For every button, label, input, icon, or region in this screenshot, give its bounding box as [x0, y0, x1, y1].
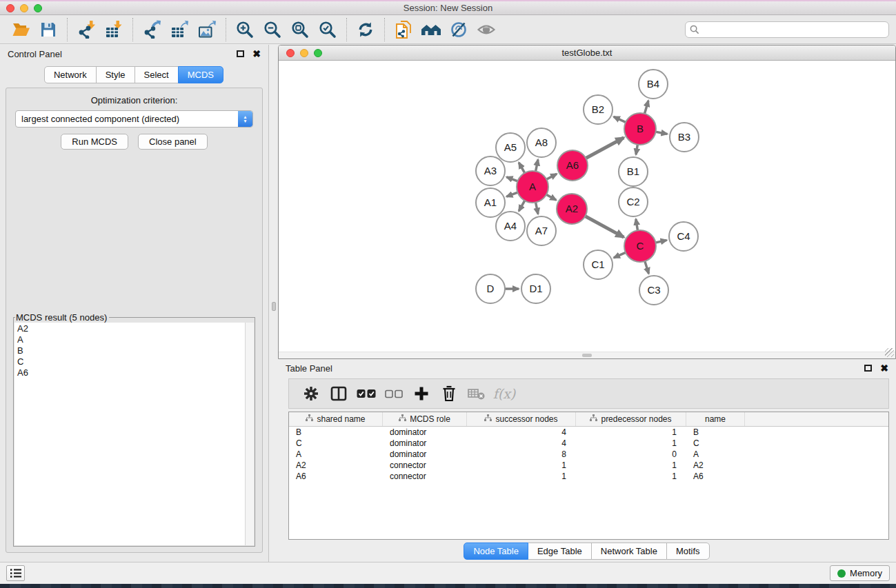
cell[interactable]: B — [686, 427, 745, 437]
export-table-button[interactable] — [166, 17, 193, 42]
delete-row-button[interactable] — [437, 382, 461, 405]
cell[interactable]: A2 — [686, 460, 745, 470]
show-column-button[interactable] — [326, 382, 351, 405]
tab-style[interactable]: Style — [96, 66, 135, 83]
node-A5[interactable]: A5 — [496, 133, 525, 162]
function-builder-button[interactable]: f(x) — [492, 382, 517, 405]
tab-motifs[interactable]: Motifs — [666, 543, 710, 560]
minimize-network-button[interactable] — [300, 49, 308, 57]
delete-column-button[interactable] — [464, 382, 489, 405]
vscroll-thumb[interactable] — [272, 302, 276, 311]
clone-network-button[interactable] — [390, 17, 417, 42]
result-item-c[interactable]: C — [17, 356, 242, 367]
cell[interactable]: A — [289, 449, 383, 459]
cell[interactable]: dominator — [383, 449, 467, 459]
cell[interactable]: 1 — [576, 460, 686, 470]
open-session-button[interactable] — [7, 17, 34, 42]
home-view-button[interactable] — [417, 17, 445, 42]
cell[interactable]: connector — [383, 460, 467, 470]
zoom-network-button[interactable] — [314, 49, 322, 57]
cell[interactable]: A2 — [289, 460, 383, 470]
minimize-window-button[interactable] — [20, 4, 28, 12]
result-item-a[interactable]: A — [17, 334, 242, 345]
node-B[interactable]: B — [624, 113, 656, 145]
node-A6[interactable]: A6 — [557, 150, 588, 181]
cell[interactable]: C — [686, 438, 745, 448]
node-A7[interactable]: A7 — [527, 216, 556, 245]
cell[interactable]: C — [289, 438, 383, 448]
node-B2[interactable]: B2 — [584, 95, 613, 124]
network-hscrollbar[interactable] — [279, 352, 895, 358]
column-header-successor-nodes[interactable]: successor nodes — [467, 412, 576, 426]
node-C[interactable]: C — [624, 230, 656, 262]
result-item-a2[interactable]: A2 — [17, 323, 242, 334]
tab-node-table[interactable]: Node Table — [464, 543, 528, 560]
criterion-select[interactable]: largest connected component (directed) ▲… — [15, 110, 253, 128]
table-options-button[interactable] — [299, 382, 323, 405]
resize-grip[interactable] — [885, 348, 894, 357]
deselect-all-rows-button[interactable] — [381, 382, 406, 405]
tab-network[interactable]: Network — [44, 66, 97, 83]
zoom-window-button[interactable] — [34, 4, 42, 12]
cell[interactable]: dominator — [383, 438, 467, 448]
cell[interactable]: 4 — [467, 438, 576, 448]
node-A[interactable]: A — [517, 171, 548, 203]
node-A8[interactable]: A8 — [527, 128, 556, 157]
cell[interactable]: 1 — [467, 460, 576, 470]
search-input[interactable] — [703, 24, 884, 34]
table-row-a2[interactable]: A2connector11A2 — [289, 460, 888, 471]
result-item-b[interactable]: B — [17, 345, 242, 356]
cell[interactable]: 4 — [467, 427, 576, 437]
select-all-rows-button[interactable] — [354, 382, 379, 405]
zoom-fit-button[interactable] — [286, 17, 314, 42]
cell[interactable]: 0 — [576, 449, 686, 459]
add-column-button[interactable] — [409, 382, 434, 405]
export-image-button[interactable] — [193, 17, 221, 42]
table-row-c[interactable]: Cdominator41C — [289, 438, 888, 449]
node-C2[interactable]: C2 — [619, 187, 648, 216]
search-field[interactable] — [685, 21, 889, 38]
task-history-button[interactable] — [6, 565, 25, 581]
cell[interactable]: 1 — [576, 472, 686, 481]
node-A3[interactable]: A3 — [476, 156, 505, 185]
column-header-shared-name[interactable]: shared name — [289, 412, 383, 426]
cell[interactable]: dominator — [383, 427, 467, 437]
cell[interactable]: 1 — [467, 472, 576, 481]
memory-button[interactable]: Memory — [830, 565, 890, 581]
close-panel-button[interactable]: Close panel — [138, 134, 208, 150]
column-header-mcds-role[interactable]: MCDS role — [383, 412, 467, 426]
node-B1[interactable]: B1 — [619, 157, 648, 186]
cell[interactable]: A6 — [686, 472, 745, 481]
refresh-button[interactable] — [352, 17, 379, 42]
tab-select[interactable]: Select — [135, 66, 179, 83]
result-item-a6[interactable]: A6 — [17, 367, 242, 378]
node-A1[interactable]: A1 — [476, 188, 505, 217]
node-A4[interactable]: A4 — [496, 212, 525, 241]
node-B4[interactable]: B4 — [639, 70, 668, 99]
cell[interactable]: A — [686, 449, 745, 459]
node-B3[interactable]: B3 — [670, 123, 699, 152]
export-network-button[interactable] — [138, 17, 166, 42]
node-D1[interactable]: D1 — [521, 274, 550, 303]
show-hide-button[interactable] — [472, 17, 500, 42]
float-table-panel-icon[interactable] — [864, 365, 872, 372]
run-mcds-button[interactable]: Run MCDS — [61, 134, 128, 150]
import-network-button[interactable] — [72, 17, 100, 42]
float-panel-icon[interactable] — [237, 50, 244, 57]
zoom-selected-button[interactable] — [314, 17, 341, 42]
node-D[interactable]: D — [476, 274, 505, 303]
cell[interactable]: B — [289, 427, 383, 437]
save-session-button[interactable] — [34, 17, 62, 42]
table-row-a6[interactable]: A6connector11A6 — [289, 471, 888, 482]
close-panel-icon[interactable]: ✖ — [252, 49, 261, 59]
node-A2[interactable]: A2 — [557, 194, 587, 224]
cell[interactable]: A6 — [289, 472, 383, 481]
zoom-in-button[interactable] — [231, 17, 259, 42]
cell[interactable]: 8 — [467, 449, 576, 459]
table-row-b[interactable]: Bdominator41B — [289, 427, 888, 438]
tab-edge-table[interactable]: Edge Table — [528, 543, 592, 560]
close-network-button[interactable] — [286, 49, 295, 57]
close-window-button[interactable] — [6, 4, 14, 12]
node-C3[interactable]: C3 — [639, 276, 668, 305]
column-header-predecessor-nodes[interactable]: predecessor nodes — [576, 412, 686, 426]
